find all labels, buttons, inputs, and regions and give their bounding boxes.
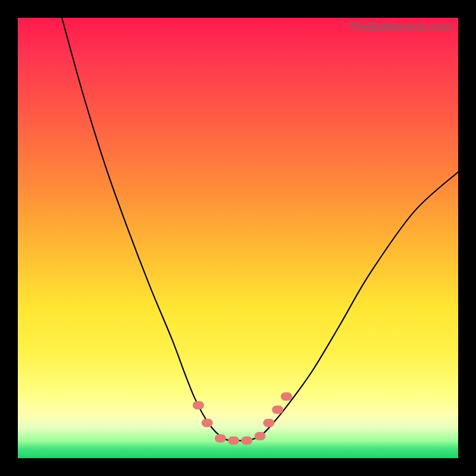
marker-dot (264, 419, 274, 427)
marker-dot (242, 437, 252, 444)
marker-dot (202, 419, 212, 427)
marker-dot (273, 406, 283, 414)
marker-dot (228, 437, 239, 444)
marker-dot (215, 434, 226, 442)
chart-svg (18, 18, 458, 458)
marker-dot (193, 402, 203, 409)
marker-dot (281, 393, 292, 400)
marker-dot (255, 433, 265, 440)
bottleneck-curve (62, 18, 458, 441)
plot-area: TheBottleneck.com (18, 18, 458, 458)
chart-frame: TheBottleneck.com (0, 0, 476, 476)
